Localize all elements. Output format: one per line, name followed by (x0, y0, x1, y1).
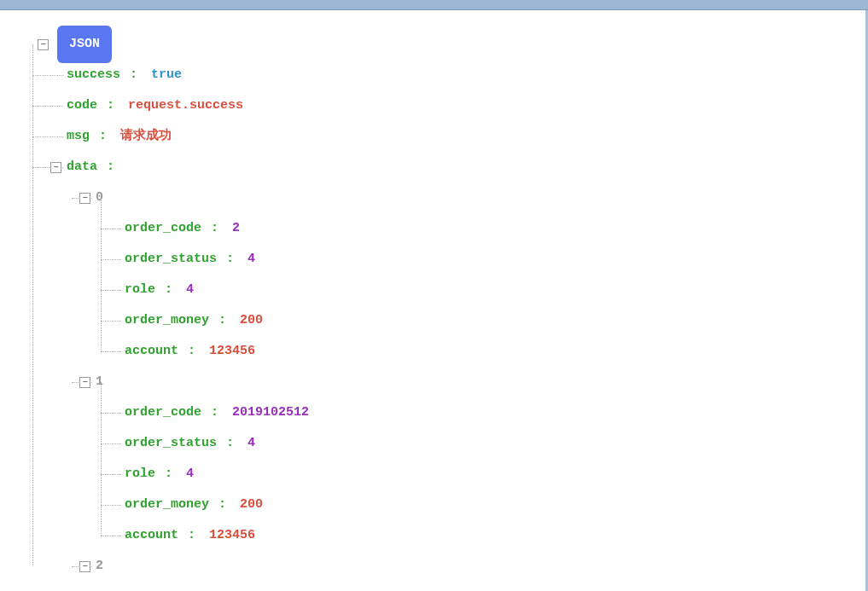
val-code: request.success (128, 90, 243, 121)
data-children: − 0 order_code : 2 (96, 183, 865, 582)
key-code: code (67, 90, 97, 121)
val-role: 4 (186, 459, 194, 490)
title-bar (0, 0, 868, 10)
data-0-children: order_code : 2 order_status : 4 (125, 213, 865, 367)
key-order-status: order_status (125, 428, 217, 459)
colon: : (218, 428, 234, 459)
val-order-status: 4 (248, 244, 255, 275)
colon: : (180, 520, 195, 551)
json-badge: JSON (57, 26, 112, 63)
colon: : (157, 459, 172, 490)
node-code: code : request.success (67, 90, 865, 121)
index-2: 2 (96, 551, 103, 582)
collapse-icon[interactable]: − (50, 162, 61, 173)
val-order-code: 2019102512 (232, 397, 309, 428)
node-order-status-1: order_status : 4 (125, 428, 865, 459)
colon: : (203, 397, 218, 428)
val-order-code: 2 (232, 213, 240, 244)
colon: : (157, 275, 172, 305)
index-0: 0 (96, 183, 103, 213)
collapse-icon[interactable]: − (79, 561, 90, 572)
node-order-code-1: order_code : 2019102512 (125, 397, 865, 428)
colon: : (211, 490, 226, 520)
node-order-money-0: order_money : 200 (125, 305, 865, 336)
key-account: account (125, 336, 178, 367)
key-order-status: order_status (125, 244, 217, 275)
collapse-icon[interactable]: − (38, 39, 49, 50)
data-1-children: order_code : 2019102512 order_status : 4 (125, 397, 865, 551)
val-msg: 请求成功 (120, 121, 172, 152)
node-account-0: account : 123456 (125, 336, 865, 367)
key-account: account (125, 520, 178, 551)
node-order-money-1: order_money : 200 (125, 490, 865, 520)
root-node: − JSON success : true code : (38, 29, 865, 582)
key-success: success (67, 60, 120, 90)
key-msg: msg (67, 121, 90, 152)
node-role-1: role : 4 (125, 459, 865, 490)
node-order-code-0: order_code : 2 (125, 213, 865, 244)
node-success: success : true (67, 60, 865, 90)
node-data-2: − 2 (96, 551, 865, 582)
node-account-1: account : 123456 (125, 520, 865, 551)
val-success: true (151, 60, 182, 90)
colon: : (211, 305, 226, 336)
node-data: − data : − 0 (67, 152, 865, 582)
root-children: success : true code : request.success (67, 60, 865, 582)
colon: : (180, 336, 195, 367)
node-msg: msg : 请求成功 (67, 121, 865, 152)
key-order-money: order_money (125, 490, 209, 520)
key-role: role (125, 459, 155, 490)
collapse-icon[interactable]: − (79, 377, 90, 388)
colon: : (91, 121, 107, 152)
node-role-0: role : 4 (125, 275, 865, 305)
key-order-code: order_code (125, 397, 201, 428)
val-order-status: 4 (248, 428, 255, 459)
key-role: role (125, 275, 155, 305)
key-data: data (67, 152, 97, 183)
node-order-status-0: order_status : 4 (125, 244, 865, 275)
collapse-icon[interactable]: − (79, 193, 90, 204)
colon: : (99, 152, 114, 183)
key-order-code: order_code (125, 213, 201, 244)
index-1: 1 (96, 367, 103, 397)
colon: : (218, 244, 234, 275)
colon: : (99, 90, 114, 121)
val-role: 4 (186, 275, 194, 305)
node-data-0: − 0 order_code : 2 (96, 183, 865, 367)
val-order-money: 200 (240, 305, 263, 336)
json-tree: − JSON success : true code : (0, 10, 868, 591)
colon: : (203, 213, 218, 244)
key-order-money: order_money (125, 305, 209, 336)
node-data-1: − 1 order_code : 2019102512 (96, 367, 865, 551)
val-account: 123456 (209, 520, 255, 551)
val-account: 123456 (209, 336, 255, 367)
val-order-money: 200 (240, 490, 263, 520)
colon: : (122, 60, 137, 90)
